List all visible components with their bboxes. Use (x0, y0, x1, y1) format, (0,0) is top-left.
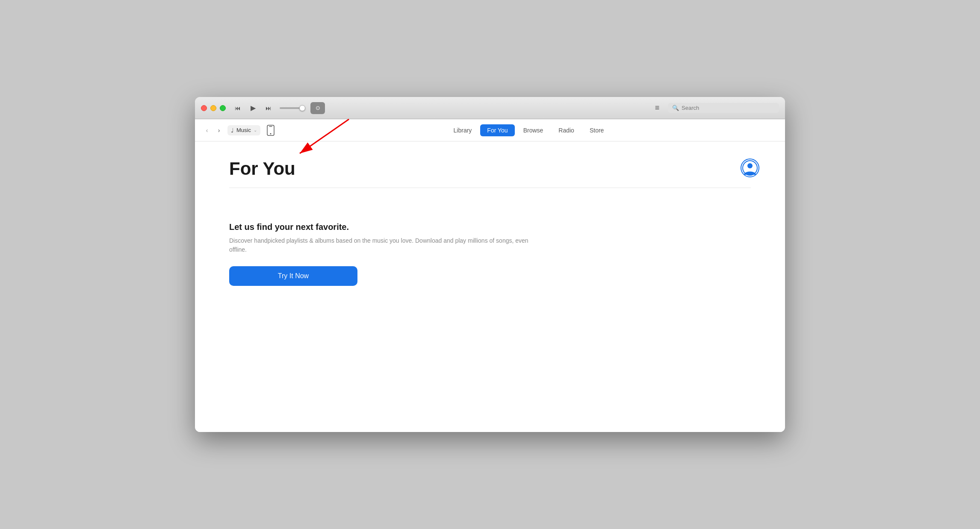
source-selector[interactable]: ♩ Music ⌄ (227, 125, 260, 135)
device-button[interactable] (266, 124, 276, 137)
playback-controls: ⏮ ▶ ⏭ ⊙ (232, 102, 325, 114)
maximize-button[interactable] (220, 105, 226, 111)
rewind-button[interactable]: ⏮ (232, 103, 244, 113)
titlebar-right: ≡ 🔍 (651, 103, 779, 113)
chevron-down-icon: ⌄ (254, 128, 257, 132)
traffic-lights (201, 105, 226, 111)
tab-store[interactable]: Store (583, 124, 611, 136)
promo-description: Discover handpicked playlists & albums b… (229, 236, 528, 254)
main-content: For You Let us find your next favorite. … (195, 141, 785, 432)
search-bar[interactable]: 🔍 (668, 103, 779, 113)
search-icon: 🔍 (672, 105, 679, 111)
tab-for-you[interactable]: For You (480, 124, 514, 136)
close-button[interactable] (201, 105, 207, 111)
tab-library[interactable]: Library (447, 124, 479, 136)
promo-heading: Let us find your next favorite. (229, 222, 528, 232)
promo-section: Let us find your next favorite. Discover… (229, 222, 528, 286)
play-button[interactable]: ▶ (247, 103, 259, 113)
volume-slider[interactable] (280, 107, 305, 109)
svg-point-6 (747, 163, 753, 168)
volume-thumb (299, 105, 305, 111)
navbar: ‹ › ♩ Music ⌄ Library For You Browse Rad… (195, 119, 785, 141)
tab-browse[interactable]: Browse (517, 124, 550, 136)
nav-arrows: ‹ › (202, 125, 224, 135)
music-note-icon: ♩ (231, 127, 234, 134)
airplay-icon: ⊙ (316, 105, 320, 111)
nav-back-button[interactable]: ‹ (202, 125, 212, 135)
source-name: Music (236, 127, 251, 133)
svg-point-1 (270, 133, 271, 134)
nav-forward-button[interactable]: › (214, 125, 224, 135)
list-view-button[interactable]: ≡ (651, 103, 664, 113)
search-input[interactable] (682, 105, 775, 111)
minimize-button[interactable] (210, 105, 216, 111)
volume-track (280, 107, 305, 109)
app-window: ⏮ ▶ ⏭ ⊙ ≡ 🔍 (195, 97, 785, 432)
titlebar: ⏮ ▶ ⏭ ⊙ ≡ 🔍 (195, 97, 785, 119)
profile-icon (742, 160, 758, 176)
divider (229, 188, 751, 188)
profile-button[interactable] (741, 159, 759, 177)
page-title: For You (229, 159, 751, 179)
nav-tabs: Library For You Browse Radio Store (279, 124, 778, 136)
fast-forward-button[interactable]: ⏭ (263, 103, 275, 113)
airplay-button[interactable]: ⊙ (310, 102, 325, 114)
try-it-now-button[interactable]: Try It Now (229, 266, 357, 286)
tab-radio[interactable]: Radio (552, 124, 581, 136)
